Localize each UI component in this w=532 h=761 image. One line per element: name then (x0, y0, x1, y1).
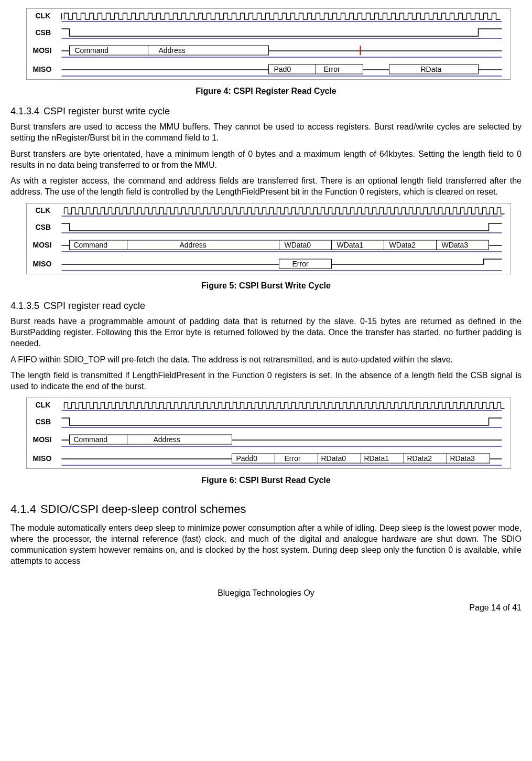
heading-414: 4.1.4SDIO/CSPI deep-sleep control scheme… (10, 502, 522, 517)
svg-text:Address: Address (154, 435, 180, 444)
svg-text:Address: Address (180, 241, 207, 249)
paragraph: A FIFO within SDIO_TOP will pre-fetch th… (10, 355, 522, 366)
svg-text:Padd0: Padd0 (236, 454, 258, 463)
mosi-field: Address (159, 46, 186, 55)
svg-text:RData0: RData0 (321, 454, 346, 463)
svg-text:WData3: WData3 (442, 241, 469, 249)
svg-text:MISO: MISO (33, 454, 52, 463)
heading-4134: 4.1.3.4CSPI register burst write cycle (10, 105, 522, 117)
paragraph: Burst reads have a programmable amount o… (10, 316, 522, 349)
svg-text:WData0: WData0 (285, 241, 311, 249)
heading-4135: 4.1.3.5CSPI register read cycle (10, 300, 522, 312)
svg-text:WData1: WData1 (337, 241, 364, 249)
svg-text:Error: Error (292, 260, 309, 268)
paragraph: As with a register access, the command a… (10, 176, 522, 198)
svg-text:CSB: CSB (36, 417, 51, 426)
miso-field: Pad0 (274, 65, 291, 73)
svg-text:RData2: RData2 (407, 454, 432, 463)
figure-5-caption: Figure 5: CSPI Burst Write Cycle (10, 281, 522, 292)
svg-text:WData2: WData2 (389, 241, 416, 249)
footer-company: Bluegiga Technologies Oy (10, 588, 522, 599)
svg-text:MOSI: MOSI (33, 241, 52, 249)
signal-label: CLK (36, 12, 51, 20)
signal-label: MOSI (33, 46, 52, 55)
figure-5-diagram: CLK CSB MOSI Command Address WData0 WDat… (26, 203, 511, 274)
paragraph: Burst transfers are byte orientated, hav… (10, 149, 522, 171)
svg-text:RData1: RData1 (364, 454, 389, 463)
mosi-field: Command (75, 46, 109, 55)
figure-4-caption: Figure 4: CSPI Register Read Cycle (10, 86, 522, 97)
svg-text:Command: Command (74, 435, 108, 444)
signal-label: CSB (36, 28, 51, 37)
svg-text:CSB: CSB (36, 223, 51, 231)
miso-field: Error (324, 65, 340, 73)
svg-text:MOSI: MOSI (33, 435, 52, 444)
svg-text:MISO: MISO (33, 260, 52, 268)
paragraph: The module automatically enters deep sle… (10, 523, 522, 566)
svg-text:RData3: RData3 (450, 454, 475, 463)
page-number: Page 14 of 41 (10, 603, 522, 614)
miso-field: RData (421, 65, 442, 73)
svg-text:Command: Command (74, 241, 108, 249)
paragraph: Burst transfers are used to access the M… (10, 122, 522, 144)
figure-4-diagram: CLK CSB MOSI Command Address MISO Pad0 E… (26, 8, 511, 80)
figure-6-caption: Figure 6: CSPI Burst Read Cycle (10, 475, 522, 486)
svg-text:Error: Error (285, 454, 301, 463)
signal-label: MISO (33, 65, 52, 73)
svg-text:CLK: CLK (36, 401, 51, 409)
figure-6-diagram: CLK CSB MOSI Command Address MISO Padd0 … (26, 398, 511, 469)
svg-text:CLK: CLK (36, 206, 51, 215)
paragraph: The length field is transmitted if Lengt… (10, 370, 522, 392)
